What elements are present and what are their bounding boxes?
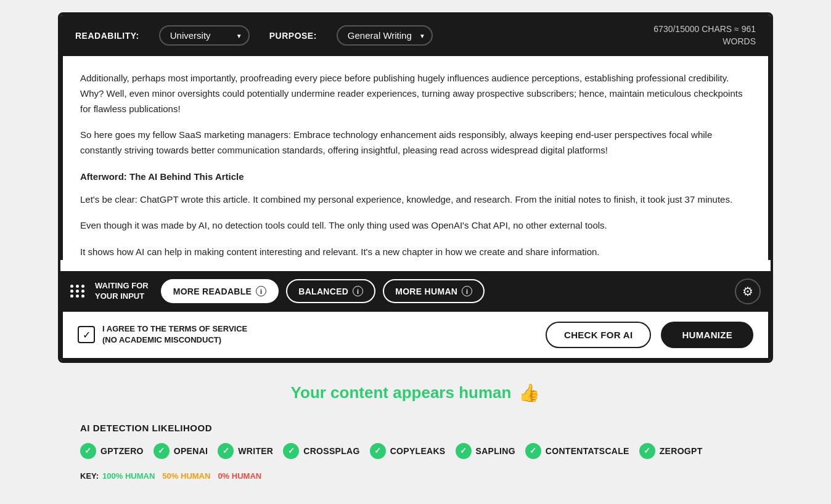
writer-check-icon: ✓ — [218, 443, 234, 459]
check-for-ai-button[interactable]: CHECK FOR AI — [546, 322, 651, 348]
key-label: KEY: — [80, 471, 99, 481]
gptzero-check-icon: ✓ — [80, 443, 96, 459]
badge-crossplag: ✓ CROSSPLAG — [283, 443, 359, 459]
human-result-text: Your content appears human 👍 — [70, 383, 761, 403]
purpose-select-wrapper[interactable]: General Writing Essay Article Marketing … — [337, 25, 433, 46]
ai-detection-section: AI DETECTION LIKELIHOOD ✓ GPTZERO ✓ OPEN… — [70, 423, 761, 481]
cta-bar: ✓ I AGREE TO THE TERMS OF SERVICE (NO AC… — [60, 312, 771, 360]
badge-openai: ✓ OPENAI — [154, 443, 208, 459]
badge-sapling: ✓ SAPLING — [456, 443, 515, 459]
key-row: KEY: 100% HUMAN 50% HUMAN 0% HUMAN — [80, 471, 751, 481]
results-section: Your content appears human 👍 AI DETECTIO… — [58, 363, 773, 493]
contentatscale-check-icon: ✓ — [525, 443, 541, 459]
key-50-human: 50% HUMAN — [162, 471, 210, 481]
sapling-check-icon: ✓ — [456, 443, 472, 459]
balanced-info-icon[interactable]: i — [353, 286, 363, 296]
writer-label: WRITER — [238, 446, 273, 456]
gear-icon: ⚙ — [735, 278, 761, 304]
gptzero-label: GPTZERO — [100, 446, 144, 456]
content-para5: Even though it was made by AI, no detect… — [80, 218, 751, 234]
content-para6: It shows how AI can help in making conte… — [80, 245, 751, 260]
contentatscale-label: CONTENTATSCALE — [546, 446, 629, 456]
terms-check-area: ✓ I AGREE TO THE TERMS OF SERVICE (NO AC… — [78, 323, 536, 346]
ai-detection-title: AI DETECTION LIKELIHOOD — [80, 423, 751, 433]
badge-zerogpt: ✓ ZEROGPT — [639, 443, 703, 459]
openai-label: OPENAI — [174, 446, 208, 456]
more-readable-button[interactable]: MORE READABLE i — [161, 279, 279, 303]
badge-writer: ✓ WRITER — [218, 443, 273, 459]
terms-text: I AGREE TO THE TERMS OF SERVICE (NO ACAD… — [102, 323, 247, 346]
action-bar: WAITING FOR YOUR INPUT MORE READABLE i B… — [60, 271, 771, 312]
copyleaks-label: COPYLEAKS — [390, 446, 446, 456]
copyleaks-check-icon: ✓ — [370, 443, 386, 459]
more-readable-info-icon[interactable]: i — [256, 286, 266, 296]
content-area[interactable]: Additionally, perhaps most importantly, … — [60, 56, 771, 260]
openai-check-icon: ✓ — [154, 443, 170, 459]
thumbs-up-icon: 👍 — [518, 383, 540, 403]
purpose-label: PURPOSE: — [269, 31, 317, 41]
balanced-button[interactable]: BALANCED i — [286, 279, 375, 303]
content-para4: Let's be clear: ChatGPT wrote this artic… — [80, 192, 751, 208]
badge-gptzero: ✓ GPTZERO — [80, 443, 144, 459]
content-para3: Afterword: The AI Behind This Article — [80, 169, 751, 185]
crossplag-label: CROSSPLAG — [303, 446, 359, 456]
drag-handle-icon — [70, 285, 85, 298]
detection-badges: ✓ GPTZERO ✓ OPENAI ✓ WRITER ✓ CROSSPLAG … — [80, 443, 751, 459]
terms-checkbox[interactable]: ✓ — [78, 326, 95, 343]
top-bar: READABILITY: University High School Midd… — [60, 15, 771, 56]
char-count: 6730/15000 CHARS ≈ 961 WORDS — [653, 23, 756, 47]
readability-select-wrapper[interactable]: University High School Middle School Ele… — [159, 25, 250, 46]
readability-select[interactable]: University High School Middle School Ele… — [159, 25, 250, 46]
key-0-human: 0% HUMAN — [218, 471, 261, 481]
purpose-select[interactable]: General Writing Essay Article Marketing … — [337, 25, 433, 46]
sapling-label: SAPLING — [476, 446, 515, 456]
content-para1: Additionally, perhaps most importantly, … — [80, 71, 751, 116]
waiting-text: WAITING FOR YOUR INPUT — [95, 281, 149, 302]
badge-copyleaks: ✓ COPYLEAKS — [370, 443, 446, 459]
key-100-human: 100% HUMAN — [102, 471, 155, 481]
zerogpt-label: ZEROGPT — [660, 446, 703, 456]
crossplag-check-icon: ✓ — [283, 443, 299, 459]
readability-label: READABILITY: — [75, 31, 139, 41]
content-para2: So here goes my fellow SaaS marketing ma… — [80, 128, 751, 158]
humanize-button[interactable]: HUMANIZE — [661, 322, 753, 348]
more-human-button[interactable]: MORE HUMAN i — [383, 279, 485, 303]
badge-contentatscale: ✓ CONTENTATSCALE — [525, 443, 629, 459]
zerogpt-check-icon: ✓ — [639, 443, 655, 459]
more-human-info-icon[interactable]: i — [462, 286, 472, 296]
settings-button[interactable]: ⚙ — [735, 278, 761, 304]
